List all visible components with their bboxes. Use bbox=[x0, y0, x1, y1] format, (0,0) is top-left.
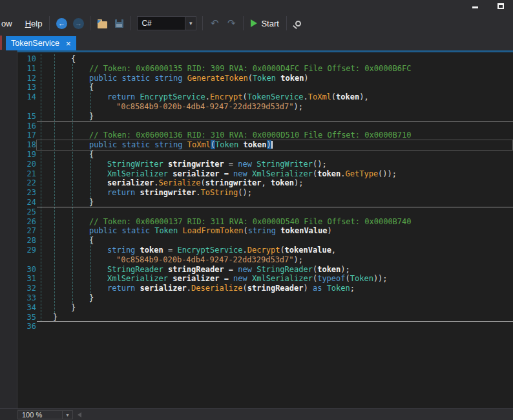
start-label: Start bbox=[261, 19, 278, 28]
code-line[interactable]: 12public static string GenerateToken(Tok… bbox=[17, 74, 513, 83]
code-text: serializer.Serialize(stringwriter, token… bbox=[107, 178, 303, 188]
line-number: 14 bbox=[17, 92, 36, 102]
code-line[interactable]: 24} bbox=[17, 198, 513, 207]
code-line[interactable]: 26// Token: 0x06000137 RID: 311 RVA: 0x0… bbox=[17, 217, 513, 227]
code-text: public static string ToXml(Token token) bbox=[89, 140, 273, 150]
redo-button[interactable]: ↷ bbox=[224, 16, 239, 31]
back-arrow-icon: ← bbox=[56, 18, 67, 29]
code-line[interactable]: 14return EncryptService.Encrypt(TokenSer… bbox=[17, 92, 513, 102]
toolbar: ow Help ← → C# ▾ ↶ ↷ Start bbox=[0, 12, 513, 35]
hscroll-left-arrow[interactable] bbox=[78, 412, 81, 417]
code-line[interactable]: 32return serializer.Deserialize(stringRe… bbox=[17, 284, 513, 293]
line-number: 26 bbox=[17, 217, 36, 227]
navigate-forward-button[interactable]: → bbox=[70, 16, 86, 31]
line-number: 19 bbox=[17, 150, 36, 160]
language-selector[interactable]: C# ▾ bbox=[137, 16, 196, 30]
code-line[interactable]: 28{ bbox=[17, 236, 513, 246]
code-line[interactable]: 29string token = EncryptService.Decrypt(… bbox=[17, 246, 513, 255]
open-file-button[interactable] bbox=[94, 16, 110, 31]
title-bar bbox=[0, 0, 513, 12]
left-panel-strip-bottom bbox=[0, 409, 17, 420]
tab-bar: TokenService × bbox=[0, 35, 513, 50]
code-line[interactable]: 20StringWriter stringwriter = new String… bbox=[17, 160, 513, 169]
navigate-back-button[interactable]: ← bbox=[54, 16, 69, 31]
code-line[interactable]: 30StringReader stringReader = new String… bbox=[17, 265, 513, 275]
code-line[interactable]: 15} bbox=[17, 112, 513, 121]
code-line[interactable]: 10{ bbox=[17, 54, 513, 64]
line-number: 18 bbox=[17, 140, 36, 150]
code-editor[interactable]: 10{11// Token: 0x06000135 RID: 309 RVA: … bbox=[17, 52, 513, 408]
code-line[interactable]: 25 bbox=[17, 207, 513, 217]
line-number: 10 bbox=[17, 54, 36, 64]
save-all-button[interactable] bbox=[111, 16, 127, 31]
menu-window-partial[interactable]: ow bbox=[0, 17, 16, 30]
minimize-button[interactable] bbox=[470, 2, 479, 10]
maximize-icon bbox=[497, 3, 504, 9]
code-line[interactable]: 16 bbox=[17, 121, 513, 131]
code-line[interactable]: 35} bbox=[17, 313, 513, 322]
line-number: 28 bbox=[17, 236, 36, 246]
start-button[interactable]: Start bbox=[247, 17, 282, 30]
minimize-icon bbox=[472, 6, 478, 8]
code-text: } bbox=[53, 313, 58, 322]
code-line[interactable]: 36 bbox=[17, 322, 513, 331]
tab-tokenservice[interactable]: TokenService × bbox=[6, 36, 76, 50]
code-line[interactable]: 21XmlSerializer serializer = new XmlSeri… bbox=[17, 169, 513, 179]
code-text: { bbox=[89, 150, 94, 160]
code-line[interactable]: 11// Token: 0x06000135 RID: 309 RVA: 0x0… bbox=[17, 64, 513, 74]
code-text: StringWriter stringwriter = new StringWr… bbox=[107, 160, 327, 169]
line-number: 24 bbox=[17, 198, 36, 207]
code-line[interactable]: 13{ bbox=[17, 83, 513, 92]
line-number: 15 bbox=[17, 112, 36, 121]
code-text: { bbox=[89, 236, 94, 246]
code-text: { bbox=[71, 54, 76, 64]
line-number: 31 bbox=[17, 274, 36, 284]
code-text: return EncryptService.Encrypt(TokenServi… bbox=[107, 92, 369, 102]
text-caret bbox=[271, 141, 273, 149]
code-line[interactable]: 34} bbox=[17, 303, 513, 313]
line-number: 35 bbox=[17, 313, 36, 322]
editor-zoom-selector[interactable]: 100 % ▾ bbox=[17, 410, 73, 419]
maximize-button[interactable] bbox=[496, 2, 505, 10]
code-text: "0c8584b9-020b-4db4-9247-22dd329d53d7"); bbox=[116, 102, 303, 112]
code-line[interactable]: 19{ bbox=[17, 150, 513, 160]
code-line[interactable]: "0c8584b9-020b-4db4-9247-22dd329d53d7"); bbox=[17, 102, 513, 112]
code-line[interactable]: 27public static Token LoadFromToken(stri… bbox=[17, 226, 513, 236]
line-number: 22 bbox=[17, 178, 36, 188]
code-text: // Token: 0x06000137 RID: 311 RVA: 0x000… bbox=[89, 217, 412, 227]
code-line[interactable]: 22serializer.Serialize(stringwriter, tok… bbox=[17, 178, 513, 188]
line-number: 12 bbox=[17, 74, 36, 83]
code-text: return stringwriter.ToString(); bbox=[107, 188, 252, 198]
code-line[interactable]: 33} bbox=[17, 293, 513, 303]
line-number: 29 bbox=[17, 246, 36, 255]
search-button[interactable] bbox=[291, 16, 306, 31]
code-text: XmlSerializer serializer = new XmlSerial… bbox=[107, 274, 388, 284]
code-layer[interactable]: 10{11// Token: 0x06000135 RID: 309 RVA: … bbox=[17, 52, 513, 408]
line-number: 21 bbox=[17, 169, 36, 179]
save-all-icon bbox=[115, 19, 123, 28]
undo-button[interactable]: ↶ bbox=[207, 16, 222, 31]
code-text: return serializer.Deserialize(stringRead… bbox=[107, 284, 355, 293]
chevron-down-icon[interactable]: ▾ bbox=[62, 411, 72, 419]
tab-title: TokenService bbox=[11, 39, 59, 48]
code-line[interactable]: 18public static string ToXml(Token token… bbox=[17, 140, 513, 150]
code-text: public static Token LoadFromToken(string… bbox=[89, 226, 332, 236]
code-text: { bbox=[89, 83, 94, 92]
code-text: } bbox=[89, 112, 94, 121]
redo-icon: ↷ bbox=[227, 17, 236, 29]
language-selector-value: C# bbox=[138, 19, 185, 28]
code-line[interactable]: 23return stringwriter.ToString(); bbox=[17, 188, 513, 198]
chevron-down-icon[interactable]: ▾ bbox=[185, 17, 196, 30]
code-line[interactable]: "0c8584b9-020b-4db4-9247-22dd329d53d7"); bbox=[17, 255, 513, 265]
toolbar-separator bbox=[131, 16, 131, 30]
menu-help[interactable]: Help bbox=[21, 17, 47, 30]
search-icon bbox=[295, 21, 301, 26]
code-line[interactable]: 31XmlSerializer serializer = new XmlSeri… bbox=[17, 274, 513, 284]
close-icon[interactable]: × bbox=[66, 39, 71, 48]
code-text: StringReader stringReader = new StringRe… bbox=[107, 265, 350, 275]
toolbar-separator bbox=[243, 16, 244, 30]
code-text: } bbox=[89, 198, 94, 207]
toolbar-separator bbox=[286, 16, 287, 30]
line-number: 17 bbox=[17, 131, 36, 140]
line-number: 36 bbox=[17, 322, 36, 331]
